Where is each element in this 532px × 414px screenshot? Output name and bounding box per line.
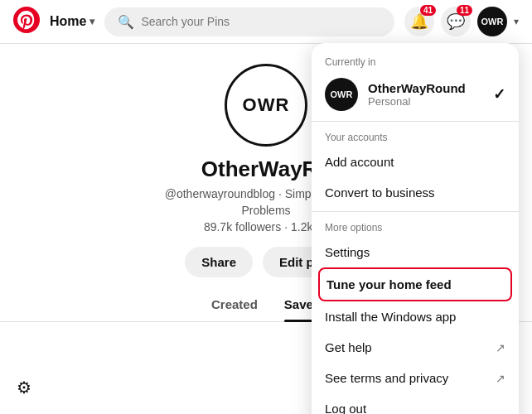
- terms-privacy-item[interactable]: See terms and privacy ↗: [312, 363, 519, 393]
- filter-icon-area[interactable]: ⚙: [17, 378, 31, 397]
- search-icon: 🔍: [118, 14, 134, 30]
- convert-to-business-item[interactable]: Convert to business: [312, 177, 519, 208]
- divider-2: [312, 211, 519, 212]
- divider-1: [312, 121, 519, 122]
- svg-point-0: [13, 7, 40, 33]
- dropdown-account-type: Personal: [368, 95, 483, 108]
- avatar-text: OWR: [481, 17, 504, 26]
- get-help-item[interactable]: Get help ↗: [312, 332, 519, 363]
- install-app-item[interactable]: Install the Windows app: [312, 301, 519, 332]
- header-icons: 🔔 41 💬 11 OWR ▾: [404, 7, 519, 36]
- profile-tagline: Problems: [241, 204, 290, 217]
- notifications-badge: 41: [420, 5, 436, 16]
- external-link-icon: ↗: [496, 341, 505, 354]
- notifications-button[interactable]: 🔔 41: [404, 7, 434, 36]
- currently-in-label: Currently in: [312, 50, 519, 71]
- pinterest-logo[interactable]: [13, 7, 40, 36]
- add-account-item[interactable]: Add account: [312, 147, 519, 177]
- account-dropdown: Currently in OWR OtherWayRound Personal …: [312, 43, 519, 414]
- tune-home-feed-item[interactable]: Tune your home feed: [318, 267, 512, 301]
- messages-badge: 11: [457, 5, 472, 16]
- more-options-label: More options: [312, 215, 519, 237]
- tab-created[interactable]: Created: [211, 297, 258, 321]
- search-bar[interactable]: 🔍: [104, 7, 394, 36]
- dropdown-account-info: OtherWayRound Personal: [368, 81, 483, 108]
- messages-button[interactable]: 💬 11: [441, 7, 471, 36]
- dropdown-account-avatar: OWR: [325, 78, 358, 111]
- filter-icon: ⚙: [17, 378, 31, 397]
- account-avatar-button[interactable]: OWR: [477, 7, 507, 36]
- current-account-item[interactable]: OWR OtherWayRound Personal ✓: [312, 71, 519, 118]
- checkmark-icon: ✓: [493, 85, 505, 104]
- home-chevron-icon: ▾: [89, 16, 94, 27]
- profile-stats: 89.7k followers · 1.2k fol: [204, 220, 328, 233]
- share-button[interactable]: Share: [185, 247, 253, 277]
- settings-item[interactable]: Settings: [312, 237, 519, 267]
- search-input[interactable]: [141, 15, 381, 28]
- home-label: Home: [50, 14, 86, 29]
- profile-avatar: OWR: [225, 64, 307, 147]
- your-accounts-label: Your accounts: [312, 125, 519, 147]
- account-chevron-icon[interactable]: ▾: [514, 16, 519, 27]
- dropdown-account-name: OtherWayRound: [368, 81, 483, 95]
- external-link-icon-2: ↗: [496, 372, 505, 385]
- log-out-item[interactable]: Log out: [312, 393, 519, 414]
- header: Home ▾ 🔍 🔔 41 💬 11 OWR ▾: [0, 0, 532, 44]
- home-nav[interactable]: Home ▾: [50, 14, 94, 29]
